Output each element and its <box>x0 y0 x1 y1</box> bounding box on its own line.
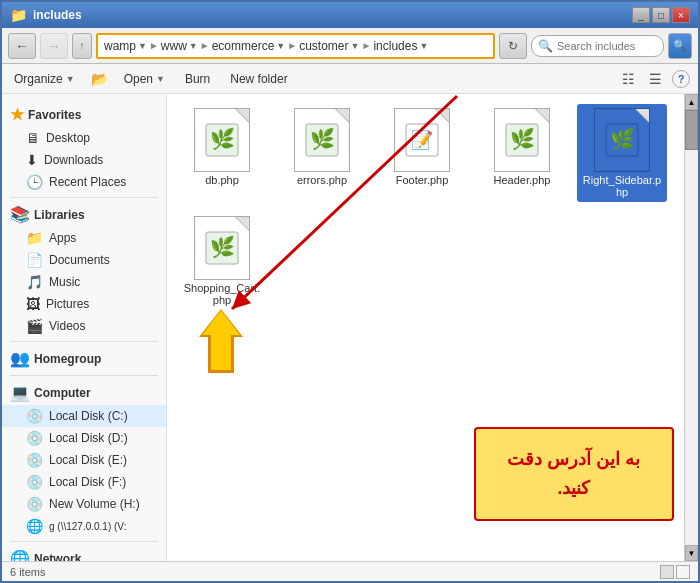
sidebar-item-local-disk-e[interactable]: 💿 Local Disk (E:) <box>2 449 166 471</box>
svg-text:🌿: 🌿 <box>310 127 335 151</box>
sidebar-item-new-volume-h[interactable]: 💿 New Volume (H:) <box>2 493 166 515</box>
svg-text:🌿: 🌿 <box>510 127 535 151</box>
desktop-icon: 🖥 <box>26 130 40 146</box>
back-button[interactable]: ← <box>8 33 36 59</box>
sidebar-item-videos[interactable]: 🎬 Videos <box>2 315 166 337</box>
sidebar: ★ Favorites 🖥 Desktop ⬇ Downloads 🕒 Rece… <box>2 94 167 561</box>
db-php-icon: 🌿 <box>190 108 254 172</box>
maximize-button[interactable]: □ <box>652 7 670 23</box>
sidebar-item-network-drive[interactable]: 🌐 g (\\127.0.0.1) (V: <box>2 515 166 537</box>
file-item-db-php[interactable]: 🌿 db.php <box>177 104 267 202</box>
burn-button[interactable]: Burn <box>181 70 214 88</box>
window-icon: 📁 <box>10 7 27 23</box>
view-button[interactable]: ☷ <box>618 69 639 89</box>
local-disk-f-icon: 💿 <box>26 474 43 490</box>
search-box[interactable]: 🔍 <box>531 35 664 57</box>
homegroup-icon: 👥 <box>10 349 30 368</box>
sidebar-item-music[interactable]: 🎵 Music <box>2 271 166 293</box>
svg-text:🌿: 🌿 <box>610 127 635 151</box>
sidebar-item-documents[interactable]: 📄 Documents <box>2 249 166 271</box>
homegroup-section: 👥 Homegroup <box>2 346 166 371</box>
main-area: ★ Favorites 🖥 Desktop ⬇ Downloads 🕒 Rece… <box>2 94 698 561</box>
minimize-button[interactable]: _ <box>632 7 650 23</box>
local-disk-c-icon: 💿 <box>26 408 43 424</box>
bc-customer[interactable]: customer▼ <box>299 39 359 53</box>
details-view-button[interactable] <box>660 565 674 579</box>
bc-ecommerce[interactable]: ecommerce▼ <box>212 39 286 53</box>
sidebar-item-apps[interactable]: 📁 Apps <box>2 227 166 249</box>
network-icon: 🌐 <box>10 549 30 561</box>
scroll-up-button[interactable]: ▲ <box>685 94 698 110</box>
libraries-header[interactable]: 📚 Libraries <box>2 202 166 227</box>
sidebar-item-downloads[interactable]: ⬇ Downloads <box>2 149 166 171</box>
file-item-right-sidebar-php[interactable]: 🌿 Right_Sidebar.php <box>577 104 667 202</box>
divider-2 <box>10 341 158 342</box>
title-bar: 📁 includes _ □ × <box>2 2 698 28</box>
file-item-header-php[interactable]: 🌿 Header.php <box>477 104 567 202</box>
sidebar-item-desktop[interactable]: 🖥 Desktop <box>2 127 166 149</box>
organize-button[interactable]: Organize ▼ <box>10 70 79 88</box>
favorites-section: ★ Favorites 🖥 Desktop ⬇ Downloads 🕒 Rece… <box>2 102 166 193</box>
sidebar-item-local-disk-c[interactable]: 💿 Local Disk (C:) <box>2 405 166 427</box>
divider-1 <box>10 197 158 198</box>
search-icon: 🔍 <box>538 39 553 53</box>
libraries-section: 📚 Libraries 📁 Apps 📄 Documents 🎵 Music 🖼 <box>2 202 166 337</box>
forward-button[interactable]: → <box>40 33 68 59</box>
divider-4 <box>10 541 158 542</box>
favorites-icon: ★ <box>10 105 24 124</box>
right-sidebar-php-icon: 🌿 <box>590 108 654 172</box>
new-folder-button[interactable]: New folder <box>226 70 291 88</box>
vertical-scrollbar[interactable]: ▲ ▼ <box>684 94 698 561</box>
window-controls: _ □ × <box>632 7 690 23</box>
refresh-button[interactable]: ↻ <box>499 33 527 59</box>
search-button[interactable]: 🔍 <box>668 33 692 59</box>
favorites-header[interactable]: ★ Favorites <box>2 102 166 127</box>
file-item-shopping-cart-php[interactable]: 🌿 Shopping_Cart.php <box>177 212 267 310</box>
network-drive-icon: 🌐 <box>26 518 43 534</box>
divider-3 <box>10 375 158 376</box>
breadcrumb[interactable]: wamp▼ ► www▼ ► ecommerce▼ ► customer▼ ► … <box>96 33 495 59</box>
file-grid: 🌿 db.php 🌿 <box>167 94 684 320</box>
network-header[interactable]: 🌐 Network <box>2 546 166 561</box>
documents-icon: 📄 <box>26 252 43 268</box>
network-section: 🌐 Network <box>2 546 166 561</box>
bc-includes[interactable]: includes▼ <box>373 39 428 53</box>
bc-www[interactable]: www▼ <box>161 39 198 53</box>
bc-wamp[interactable]: wamp▼ <box>104 39 147 53</box>
sidebar-item-local-disk-d[interactable]: 💿 Local Disk (D:) <box>2 427 166 449</box>
toolbar: Organize ▼ 📂 Open ▼ Burn New folder ☷ ☰ … <box>2 64 698 94</box>
close-button[interactable]: × <box>672 7 690 23</box>
pictures-icon: 🖼 <box>26 296 40 312</box>
footer-php-icon: 📝 <box>390 108 454 172</box>
homegroup-header[interactable]: 👥 Homegroup <box>2 346 166 371</box>
file-item-footer-php[interactable]: 📝 Footer.php <box>377 104 467 202</box>
scroll-thumb[interactable] <box>685 110 698 150</box>
address-bar: ← → ↑ wamp▼ ► www▼ ► ecommerce▼ ► custom… <box>2 28 698 64</box>
sidebar-item-local-disk-f[interactable]: 💿 Local Disk (F:) <box>2 471 166 493</box>
computer-header[interactable]: 💻 Computer <box>2 380 166 405</box>
large-icons-button[interactable] <box>676 565 690 579</box>
arrow-body <box>208 335 234 373</box>
open-button[interactable]: Open ▼ <box>120 70 169 88</box>
svg-text:📝: 📝 <box>411 129 434 151</box>
computer-icon: 💻 <box>10 383 30 402</box>
sidebar-item-recent-places[interactable]: 🕒 Recent Places <box>2 171 166 193</box>
help-button[interactable]: ? <box>672 70 690 88</box>
recent-places-icon: 🕒 <box>26 174 43 190</box>
search-input[interactable] <box>557 40 657 52</box>
up-button[interactable]: ↑ <box>72 33 92 59</box>
sidebar-item-pictures[interactable]: 🖼 Pictures <box>2 293 166 315</box>
downloads-icon: ⬇ <box>26 152 38 168</box>
file-area-wrapper: 🌿 db.php 🌿 <box>167 94 698 561</box>
view-toggle-button[interactable]: ☰ <box>645 69 666 89</box>
errors-php-icon: 🌿 <box>290 108 354 172</box>
svg-text:🌿: 🌿 <box>210 235 235 259</box>
open-folder-icon: 📂 <box>91 71 108 87</box>
file-item-errors-php[interactable]: 🌿 errors.php <box>277 104 367 202</box>
svg-text:🌿: 🌿 <box>210 127 235 151</box>
local-disk-e-icon: 💿 <box>26 452 43 468</box>
organize-dropdown-icon: ▼ <box>66 74 75 84</box>
music-icon: 🎵 <box>26 274 43 290</box>
videos-icon: 🎬 <box>26 318 43 334</box>
scroll-down-button[interactable]: ▼ <box>685 545 698 561</box>
